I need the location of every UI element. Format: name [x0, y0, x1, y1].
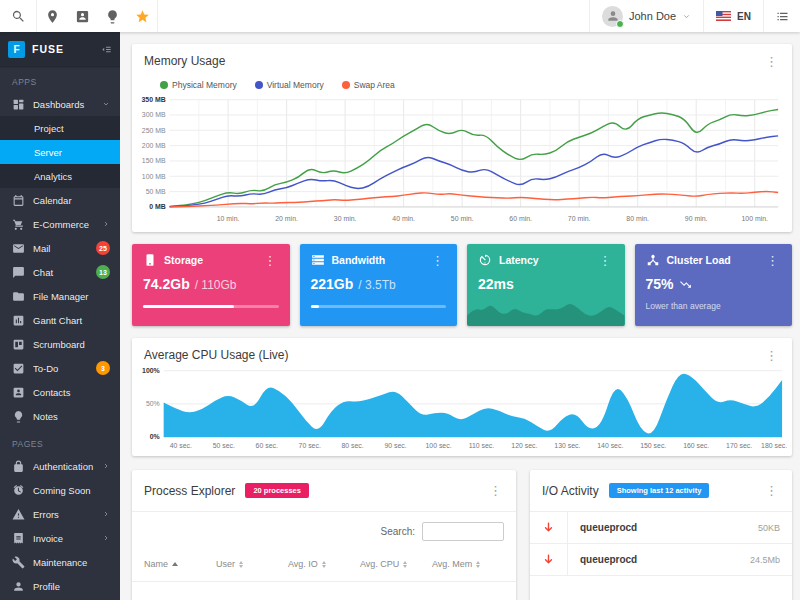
svg-text:10 min.: 10 min.: [217, 215, 240, 222]
chevron-down-icon: [102, 100, 110, 108]
stat-card-menu-button[interactable]: ⋮: [262, 254, 279, 267]
contacts-icon: [12, 386, 25, 399]
chevron-right-icon: [102, 534, 110, 542]
svg-text:120 sec.: 120 sec.: [511, 442, 537, 449]
sidebar-item-label: Calendar: [33, 195, 110, 206]
toolbar-shortcuts: [37, 0, 157, 32]
sidebar-item-label: Chat: [33, 267, 88, 278]
trending-down-icon: [679, 278, 692, 291]
sidebar-item-label: Profile: [33, 581, 110, 592]
sidebar-item-gantt-chart[interactable]: Gantt Chart: [0, 308, 120, 332]
sidebar-item-profile[interactable]: Profile: [0, 574, 120, 598]
sort-icon: [239, 561, 243, 568]
sidebar-item-scrumboard[interactable]: Scrumboard: [0, 332, 120, 356]
scrumboard-icon: [12, 338, 25, 351]
gantt-icon: [12, 314, 25, 327]
cpu-usage-chart: 0% 50% 100%40 sec.50 sec.60 sec.70 sec.8…: [132, 366, 792, 456]
sidebar-item-calendar[interactable]: Calendar: [0, 188, 120, 212]
sidebar-item-errors[interactable]: Errors: [0, 502, 120, 526]
sidebar-item-coming-soon[interactable]: Coming Soon: [0, 478, 120, 502]
sidebar-nav: APPS Dashboards Project Server Analytics…: [0, 66, 120, 600]
contacts-shortcut-button[interactable]: [67, 0, 97, 32]
star-shortcut-button[interactable]: [127, 0, 157, 32]
sidebar-item-invoice[interactable]: Invoice: [0, 526, 120, 550]
star-icon: [135, 9, 150, 24]
io-activity-menu-button[interactable]: ⋮: [763, 484, 780, 497]
stat-card-latency: Latency ⋮ 22ms: [467, 244, 625, 326]
sidebar-item-contacts[interactable]: Contacts: [0, 380, 120, 404]
io-activity-title: I/O Activity: [542, 484, 599, 498]
stat-card-progressbar: [311, 305, 447, 308]
sidebar-item-analytics[interactable]: Analytics: [0, 164, 120, 188]
stat-card-menu-button[interactable]: ⋮: [764, 254, 781, 267]
legend-dot-icon: [255, 81, 263, 89]
svg-text:300 MB: 300 MB: [142, 111, 166, 118]
stack-icon: [311, 253, 325, 267]
legend-item: Virtual Memory: [255, 80, 324, 90]
sidebar-item-authentication[interactable]: Authentication: [0, 454, 120, 478]
sidebar-badge: 13: [96, 265, 110, 279]
io-activity-card: I/O Activity Showing last 12 activity ⋮ …: [530, 470, 792, 600]
language-selector[interactable]: EN: [703, 0, 763, 32]
sidebar-item-label: File Manager: [33, 291, 110, 302]
sidebar-item-file-manager[interactable]: File Manager: [0, 284, 120, 308]
sidebar-item-project[interactable]: Project: [0, 116, 120, 140]
svg-text:40 min.: 40 min.: [392, 215, 415, 222]
column-header-user[interactable]: User: [216, 559, 288, 569]
svg-text:110 sec.: 110 sec.: [469, 442, 495, 449]
sidebar-item-label: Authentication: [33, 461, 94, 472]
stat-card-storage: Storage ⋮ 74.2Gb / 110Gb: [132, 244, 290, 326]
sidebar-item-maintenance[interactable]: Maintenance: [0, 550, 120, 574]
sidebar-item-chat[interactable]: Chat 13: [0, 260, 120, 284]
process-explorer-menu-button[interactable]: ⋮: [487, 484, 504, 497]
memory-usage-menu-button[interactable]: ⋮: [763, 55, 780, 68]
quick-panel-button[interactable]: [764, 0, 800, 32]
sort-asc-icon: [172, 562, 178, 566]
column-header-avg-io[interactable]: Avg. IO: [288, 559, 360, 569]
column-header-avg-cpu[interactable]: Avg. CPU: [360, 559, 432, 569]
stat-card-title: Bandwidth: [332, 254, 423, 266]
sidebar-item-mail[interactable]: Mail 25: [0, 236, 120, 260]
sidebar-badge: 25: [96, 241, 110, 255]
harddrive-icon: [143, 253, 157, 267]
sidebar-fold-button[interactable]: [101, 44, 112, 55]
mail-icon: [12, 242, 25, 255]
chevron-right-icon: [102, 510, 110, 518]
process-search-input[interactable]: [422, 522, 504, 541]
chevron-right-icon: [102, 220, 110, 228]
todo-icon: [12, 362, 25, 375]
column-header-name[interactable]: Name: [144, 559, 216, 569]
stat-card-menu-button[interactable]: ⋮: [597, 254, 614, 267]
sidebar-item-e-commerce[interactable]: E-Commerce: [0, 212, 120, 236]
sidebar-item-notes[interactable]: Notes: [0, 404, 120, 428]
stat-card-menu-button[interactable]: ⋮: [429, 254, 446, 267]
harddrive-icon: [143, 253, 157, 267]
svg-text:250 MB: 250 MB: [142, 127, 166, 134]
io-activity-row[interactable]: queueprocd 24.5Mb: [530, 544, 792, 576]
memory-usage-legend: Physical Memory Virtual Memory Swap Area: [132, 72, 792, 92]
legend-item: Physical Memory: [160, 80, 237, 90]
lock-icon: [12, 460, 25, 473]
alarm-icon: [12, 484, 25, 497]
chat-icon: [12, 266, 25, 279]
search-button[interactable]: [0, 0, 36, 32]
sidebar-item-to-do[interactable]: To-Do 3: [0, 356, 120, 380]
column-header-avg-mem[interactable]: Avg. Mem: [432, 559, 504, 569]
search-icon: [11, 9, 26, 24]
cart-icon: [12, 218, 25, 231]
place-shortcut-button[interactable]: [37, 0, 67, 32]
user-menu[interactable]: John Doe: [589, 0, 703, 32]
sidebar-item-server[interactable]: Server: [0, 140, 120, 164]
user-name: John Doe: [629, 10, 676, 22]
cart-icon: [12, 218, 25, 231]
process-search-label: Search:: [381, 526, 415, 537]
stat-card-total: / 3.5Tb: [358, 278, 395, 292]
lightbulb-shortcut-button[interactable]: [97, 0, 127, 32]
cpu-usage-menu-button[interactable]: ⋮: [763, 349, 780, 362]
timer-icon: [478, 253, 492, 267]
stat-card-value: 22ms: [478, 276, 514, 292]
io-size: 50KB: [758, 523, 792, 533]
sidebar-item-dashboards[interactable]: Dashboards: [0, 92, 120, 116]
io-activity-row[interactable]: queueprocd 50KB: [530, 512, 792, 544]
svg-text:130 sec.: 130 sec.: [554, 442, 580, 449]
